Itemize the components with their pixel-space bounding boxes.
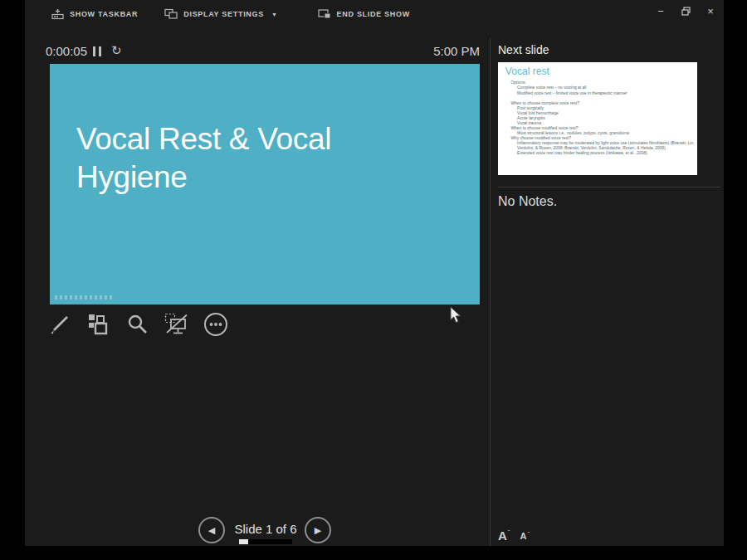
window-controls: − × [652,3,719,18]
thumbnail-slide-title: Vocal rest [505,66,697,77]
next-slide-header: Next slide [498,43,549,56]
end-slide-show-icon [318,8,331,20]
slide-title: Vocal Rest & Vocal Hygiene [76,120,425,197]
display-settings-button[interactable]: DISPLAY SETTINGS ▼ [164,8,277,20]
previous-arrow-icon: ◀ [208,525,215,536]
title-bar: SHOW TASKBAR DISPLAY SETTINGS ▼ END SLID… [25,0,724,28]
slideshow-progress-bar [239,539,292,544]
magnifier-icon [126,313,149,336]
next-slide-button[interactable]: ▶ [305,517,331,543]
slide-grid-icon [87,313,110,336]
black-screen-button[interactable] [164,310,190,338]
next-slide-thumbnail-body: Options:Complete voice rest – no voicing… [505,80,697,156]
minimize-button[interactable]: − [652,3,669,18]
close-button[interactable]: × [702,3,719,18]
current-time: 5:00 PM [409,44,480,58]
next-arrow-icon: ▶ [315,525,321,536]
restore-icon [681,7,691,16]
next-slide-thumbnail[interactable]: Vocal rest Options:Complete voice rest –… [498,62,697,175]
taskbar-icon [51,8,64,20]
show-taskbar-button[interactable]: SHOW TASKBAR [51,8,138,20]
previous-slide-button[interactable]: ◀ [198,517,225,543]
presenter-view-window: SHOW TASKBAR DISPLAY SETTINGS ▼ END SLID… [25,0,724,546]
next-slide-thumbnail-content: Vocal rest Options:Complete voice rest –… [498,62,697,156]
chevron-down-icon: ▼ [271,12,278,17]
caret-up-icon: ˆ [508,529,510,536]
show-taskbar-label: SHOW TASKBAR [70,10,138,18]
elapsed-timer: 0:00:05 [46,44,87,58]
slide-counter: Slide 1 of 6 [228,522,303,536]
pause-timer-button[interactable] [93,46,101,56]
display-settings-label: DISPLAY SETTINGS [183,10,264,18]
black-screen-icon [164,313,189,336]
pause-icon [99,46,101,56]
notes-font-size-controls: A ˆ A ˇ [498,529,530,542]
pen-icon [48,313,71,336]
more-options-button[interactable] [203,310,229,338]
slide-progress-fill [239,539,248,544]
current-slide[interactable]: Vocal Rest & Vocal Hygiene [50,64,480,304]
ellipsis-icon [203,312,228,337]
slide-footer-text [55,295,115,299]
zoom-slide-button[interactable] [124,310,151,338]
mouse-cursor [450,306,461,324]
end-slide-show-button[interactable]: END SLIDE SHOW [318,8,410,20]
caret-down-icon: ˇ [527,531,530,538]
pen-tool-button[interactable] [46,310,73,338]
restart-timer-button[interactable]: ↻ [111,43,122,58]
thumbnail-text-line: Extended voice rest may hinder healing p… [505,151,697,156]
pause-icon [93,46,95,56]
display-settings-icon [164,8,178,20]
notes-divider [498,187,720,187]
see-all-slides-button[interactable] [85,310,112,338]
notes-text: No Notes. [498,194,557,209]
decrease-text-size-button[interactable]: A ˇ [520,531,530,542]
thumbnail-text-line: Inflammatory response may be moderated b… [505,141,697,151]
panel-divider [490,38,491,546]
decrease-text-label: A [520,531,527,542]
annotation-toolbar [46,310,229,338]
presenter-view-screen: SHOW TASKBAR DISPLAY SETTINGS ▼ END SLID… [0,0,747,560]
increase-text-label: A [498,529,507,542]
end-slide-show-label: END SLIDE SHOW [337,10,410,18]
increase-text-size-button[interactable]: A ˆ [498,529,510,542]
restore-button[interactable] [677,3,694,18]
